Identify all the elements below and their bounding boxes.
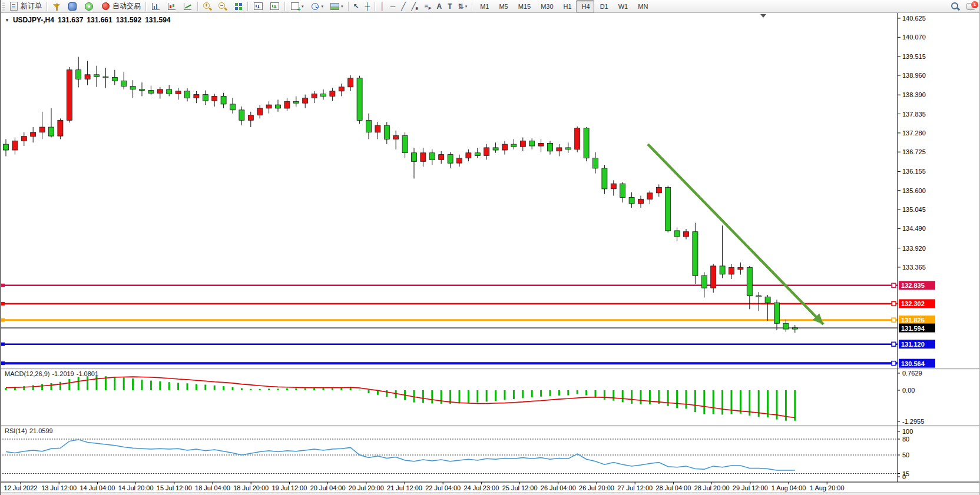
indicator-window-button[interactable] (250, 0, 266, 13)
new-chart-button[interactable]: ▾ (287, 0, 307, 13)
icon-sub-label: E (416, 6, 419, 11)
candle-bearish (130, 87, 135, 89)
time-axis-label: 26 Jul 04:00 (541, 484, 576, 491)
candle-bullish (12, 141, 18, 150)
dropdown-caret-icon[interactable]: ▾ (465, 4, 468, 9)
period-menu-button[interactable]: ▾ (307, 0, 327, 13)
candle-bearish (185, 91, 190, 98)
trend-arrow-line[interactable] (648, 144, 823, 324)
tf-mn-button[interactable]: MN (632, 0, 652, 13)
macd-histogram-bar (767, 390, 769, 417)
tf-w1-label: W1 (618, 3, 628, 10)
ohlc-high: 131.661 (87, 16, 112, 24)
candle-chart-button[interactable] (164, 0, 180, 13)
tf-m15-button[interactable]: M15 (512, 0, 535, 13)
vertical-line-button[interactable]: │ (377, 0, 388, 13)
arrows-button[interactable]: ⇅▾ (455, 0, 471, 13)
price-tag-label: 131.825 (901, 317, 925, 324)
zoom-in-button[interactable] (200, 0, 215, 13)
price-tag-label: 131.120 (901, 341, 925, 348)
macd-histogram-bar (68, 379, 70, 390)
search-button[interactable] (948, 0, 963, 13)
candle-bullish (457, 158, 462, 163)
candle-bearish (429, 153, 435, 160)
tf-m5-button[interactable]: M5 (493, 0, 512, 13)
line-left-handle[interactable] (1, 318, 5, 322)
rsi-axis-label: 100 (902, 428, 913, 435)
candle-bullish (575, 128, 580, 150)
text-button[interactable]: A (434, 0, 445, 13)
candle-bearish (584, 128, 589, 158)
chart-canvas[interactable]: 140.625140.070139.515138.960138.390137.8… (0, 0, 980, 495)
tf-d1-button[interactable]: D1 (594, 0, 612, 13)
fibonacci-button[interactable]: ≡F (421, 0, 433, 13)
line-right-handle[interactable] (892, 342, 896, 346)
price-axis-label: 140.625 (902, 15, 926, 22)
indwin2-icon (270, 2, 279, 10)
line-right-handle[interactable] (892, 301, 896, 305)
rsi-axis-label: 50 (902, 451, 909, 459)
magnifier-icon (951, 2, 960, 11)
line-left-handle[interactable] (1, 361, 5, 365)
cursor-button[interactable]: ↖ (350, 0, 362, 13)
tf-m30-button[interactable]: M30 (535, 0, 557, 13)
candle-bullish (157, 89, 163, 93)
macd-histogram-bar (241, 388, 243, 391)
line-chart-button[interactable] (180, 0, 196, 13)
macd-histogram-bar (223, 386, 224, 390)
data-window-button[interactable] (64, 0, 81, 13)
tile-windows-button[interactable] (230, 0, 246, 13)
dropdown-caret-icon[interactable]: ▾ (341, 4, 343, 9)
candle-bearish (357, 78, 362, 121)
new-order-label: 新订单 (21, 1, 42, 11)
macd-histogram-bar (549, 390, 551, 396)
signal-icon (85, 2, 93, 11)
time-axis-label: 1 Aug 04:00 (772, 484, 806, 491)
tf-h1-button[interactable]: H1 (558, 0, 576, 13)
line-left-handle[interactable] (1, 284, 5, 287)
line-left-handle[interactable] (1, 302, 5, 305)
crosshair-button[interactable]: ┼ (362, 0, 373, 13)
candle-bearish (792, 328, 797, 329)
candle-bearish (76, 70, 81, 79)
line-right-handle[interactable] (892, 318, 896, 322)
trendline-button[interactable]: ╱ (398, 0, 408, 13)
line-right-handle[interactable] (892, 361, 896, 366)
market-watch-button[interactable] (49, 0, 64, 13)
collapse-panel-icon[interactable]: ▼ (5, 18, 9, 23)
chat-button[interactable]: 1 (963, 0, 979, 13)
signals-button[interactable] (81, 0, 97, 13)
macd-histogram-bar (612, 390, 614, 401)
line-left-handle[interactable] (1, 343, 5, 346)
symbol-period-label: USDJPY-,H4 (13, 16, 54, 24)
pic-icon (330, 3, 339, 10)
equidistant-channel-button[interactable]: ╱E (408, 0, 421, 13)
tf-m1-button[interactable]: M1 (474, 0, 493, 13)
candle-bullish (466, 153, 471, 158)
tf-w1-button[interactable]: W1 (612, 0, 633, 13)
time-axis-label: 20 Jul 04:00 (310, 484, 346, 491)
horizontal-line-button[interactable]: ─ (388, 0, 399, 13)
candle-bullish (684, 232, 689, 237)
tf-h4-button[interactable]: H4 (576, 0, 594, 13)
candle-bullish (67, 70, 72, 121)
dropdown-caret-icon[interactable]: ▾ (322, 4, 324, 9)
macd-axis-label: -1.2955 (902, 418, 924, 425)
dropdown-caret-icon[interactable]: ▾ (302, 4, 304, 9)
candle-bearish (121, 81, 127, 86)
macd-histogram-bar (59, 382, 61, 390)
auto-trading-button[interactable]: 自动交易 (97, 0, 144, 13)
indicator-window-alt-button[interactable] (266, 0, 283, 13)
macd-main-value: -1.2019 (52, 370, 74, 377)
new-order-button[interactable]: 新订单 (6, 0, 45, 13)
time-axis-label: 12 Jul 2022 (4, 484, 38, 491)
zoom-out-button[interactable] (215, 0, 230, 13)
chart-shift-marker-icon[interactable] (760, 14, 766, 18)
candle-bullish (729, 267, 734, 274)
macd-histogram-bar (204, 385, 206, 391)
bar-chart-button[interactable] (148, 0, 164, 13)
text-label-button[interactable]: T (445, 0, 455, 13)
line-right-handle[interactable] (892, 283, 896, 287)
macd-histogram-bar (286, 388, 288, 390)
template-menu-button[interactable]: ▾ (326, 0, 346, 13)
